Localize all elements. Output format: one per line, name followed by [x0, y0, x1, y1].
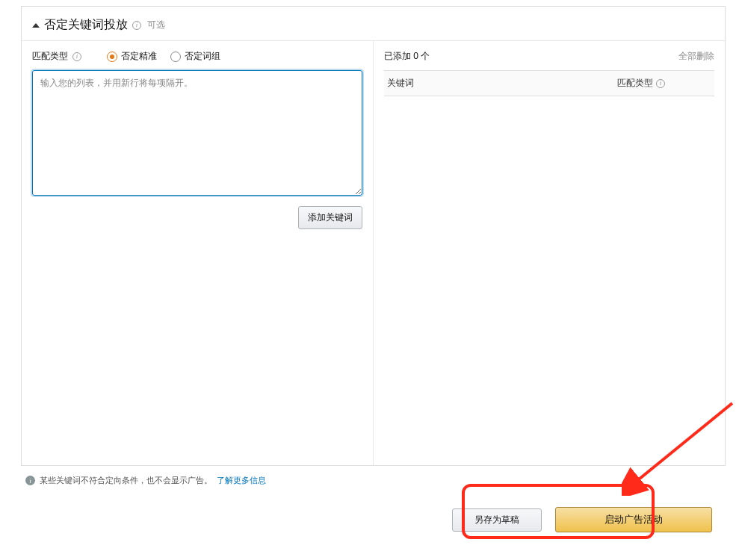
added-column: 已添加 0 个 全部删除 关键词 匹配类型 i — [374, 41, 725, 465]
radio-icon — [107, 52, 117, 62]
launch-campaign-button[interactable]: 启动广告活动 — [555, 507, 712, 532]
added-count-label: 已添加 0 个 — [384, 50, 430, 63]
info-icon[interactable]: i — [72, 52, 81, 61]
added-table-header: 关键词 匹配类型 i — [384, 70, 714, 96]
column-match-type-label: 匹配类型 — [617, 77, 653, 90]
add-button-row: 添加关键词 — [32, 206, 362, 229]
panel-body: 匹配类型 i 否定精准 否定词组 添加关键词 — [22, 41, 725, 465]
radio-icon — [170, 52, 181, 62]
action-row: 另存为草稿 启动广告活动 — [0, 507, 712, 532]
caret-up-icon — [32, 23, 40, 28]
column-keyword: 关键词 — [384, 77, 617, 90]
added-count: 0 — [413, 51, 418, 61]
input-column: 匹配类型 i 否定精准 否定词组 添加关键词 — [22, 41, 374, 465]
optional-label: 可选 — [147, 19, 165, 31]
radio-label: 否定词组 — [185, 50, 220, 63]
footer-note: i 某些关键词不符合定向条件，也不会显示广告。 了解更多信息 — [21, 470, 726, 494]
learn-more-link[interactable]: 了解更多信息 — [217, 475, 266, 486]
save-draft-button[interactable]: 另存为草稿 — [452, 508, 542, 532]
panel-title: 否定关键词投放 — [44, 17, 128, 33]
info-icon: i — [25, 476, 35, 485]
radio-label: 否定精准 — [121, 50, 157, 63]
keywords-textarea[interactable] — [32, 70, 362, 196]
negative-keywords-panel: 否定关键词投放 i 可选 匹配类型 i 否定精准 否定词组 — [21, 6, 726, 466]
column-match-type: 匹配类型 i — [617, 77, 714, 90]
info-icon[interactable]: i — [132, 21, 141, 30]
radio-negative-phrase[interactable]: 否定词组 — [170, 50, 220, 63]
footer-note-text: 某些关键词不符合定向条件，也不会显示广告。 — [40, 475, 212, 486]
panel-header[interactable]: 否定关键词投放 i 可选 — [22, 7, 725, 41]
added-suffix: 个 — [421, 51, 430, 61]
delete-all-link[interactable]: 全部删除 — [678, 50, 714, 63]
added-prefix: 已添加 — [384, 51, 411, 61]
radio-negative-exact[interactable]: 否定精准 — [107, 50, 157, 63]
match-type-row: 匹配类型 i 否定精准 否定词组 — [32, 50, 362, 63]
add-keywords-button[interactable]: 添加关键词 — [298, 206, 362, 229]
match-type-radio-group: 否定精准 否定词组 — [107, 50, 220, 63]
added-header: 已添加 0 个 全部删除 — [384, 50, 714, 63]
info-icon[interactable]: i — [656, 79, 665, 88]
match-type-label: 匹配类型 — [32, 50, 68, 63]
